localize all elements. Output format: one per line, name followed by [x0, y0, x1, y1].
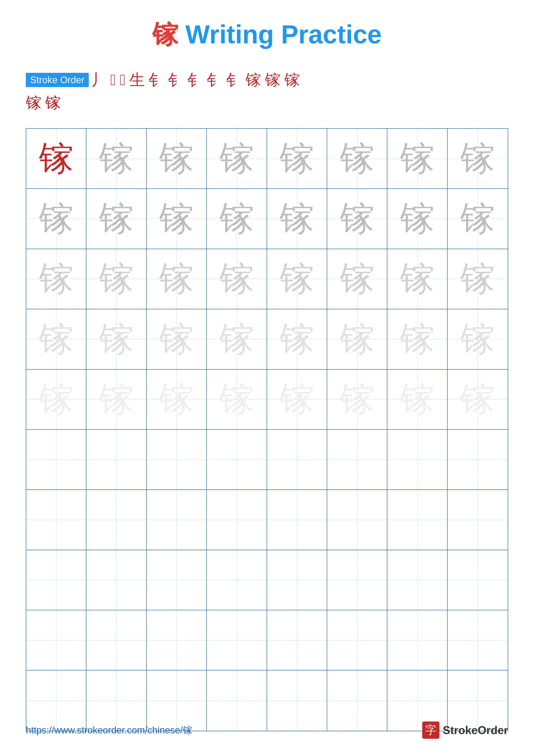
grid-cell-6-6[interactable] [327, 430, 387, 490]
grid-cell-3-8[interactable]: 镓 [447, 249, 508, 309]
grid-cell-7-7[interactable] [387, 490, 447, 550]
grid-cell-1-7[interactable]: 镓 [387, 129, 447, 189]
stroke-order-badge: Stroke Order [26, 73, 89, 87]
grid-cell-2-8[interactable]: 镓 [447, 189, 508, 249]
grid-cell-3-6[interactable]: 镓 [327, 249, 387, 309]
cell-char-light: 镓 [400, 376, 435, 422]
grid-cell-9-7[interactable] [387, 610, 447, 670]
grid-cell-8-2[interactable] [87, 550, 146, 610]
grid-cell-7-8[interactable] [447, 490, 508, 550]
cell-char-light: 镓 [39, 196, 73, 242]
cell-char-light: 镓 [460, 135, 495, 182]
grid-cell-4-6[interactable]: 镓 [327, 309, 387, 369]
grid-cell-5-3[interactable]: 镓 [147, 369, 207, 430]
grid-cell-9-1[interactable] [26, 610, 87, 670]
grid-cell-8-1[interactable] [26, 550, 87, 610]
cell-char-light: 镓 [99, 135, 134, 182]
stroke-12: 镓 [284, 69, 300, 90]
cell-char-dark: 镓 [39, 135, 73, 182]
grid-cell-3-1[interactable]: 镓 [26, 249, 87, 309]
cell-char-light: 镓 [280, 316, 314, 363]
grid-cell-7-6[interactable] [327, 490, 387, 550]
grid-cell-7-3[interactable] [147, 490, 207, 550]
grid-cell-7-2[interactable] [87, 490, 146, 550]
grid-cell-9-6[interactable] [327, 610, 387, 670]
grid-cell-1-1[interactable]: 镓 [26, 129, 87, 189]
grid-cell-2-3[interactable]: 镓 [147, 189, 207, 249]
grid-cell-6-2[interactable] [87, 430, 146, 490]
grid-cell-6-4[interactable] [207, 430, 267, 490]
grid-cell-9-5[interactable] [267, 610, 327, 670]
grid-cell-1-3[interactable]: 镓 [147, 129, 207, 189]
grid-cell-2-1[interactable]: 镓 [26, 189, 87, 249]
grid-cell-1-6[interactable]: 镓 [327, 129, 387, 189]
grid-cell-5-4[interactable]: 镓 [207, 369, 267, 430]
grid-cell-4-1[interactable]: 镓 [26, 309, 87, 369]
grid-cell-1-5[interactable]: 镓 [267, 129, 327, 189]
grid-cell-8-5[interactable] [267, 550, 327, 610]
grid-row-1: 镓 镓 镓 镓 镓 镓 镓 镓 [26, 129, 508, 189]
stroke-9: 钅 [226, 69, 242, 90]
cell-char-light: 镓 [460, 196, 495, 242]
grid-cell-6-1[interactable] [26, 430, 87, 490]
stroke-14: 镓 [45, 93, 61, 113]
grid-cell-4-4[interactable]: 镓 [207, 309, 267, 369]
grid-cell-2-5[interactable]: 镓 [267, 189, 327, 249]
cell-char-light: 镓 [219, 135, 254, 182]
grid-cell-5-2[interactable]: 镓 [87, 369, 146, 430]
grid-cell-5-1[interactable]: 镓 [26, 369, 87, 430]
grid-cell-1-8[interactable]: 镓 [447, 129, 508, 189]
cell-char-light: 镓 [99, 196, 134, 242]
grid-cell-3-7[interactable]: 镓 [387, 249, 447, 309]
grid-cell-8-6[interactable] [327, 550, 387, 610]
cell-char-light: 镓 [340, 376, 374, 422]
grid-cell-7-1[interactable] [26, 490, 87, 550]
grid-cell-6-8[interactable] [447, 430, 508, 490]
stroke-13: 镓 [26, 93, 41, 113]
grid-row-6 [26, 430, 508, 490]
grid-cell-9-4[interactable] [207, 610, 267, 670]
cell-char-light: 镓 [159, 196, 194, 242]
grid-cell-6-7[interactable] [387, 430, 447, 490]
grid-cell-1-4[interactable]: 镓 [207, 129, 267, 189]
grid-cell-7-5[interactable] [267, 490, 327, 550]
grid-cell-7-4[interactable] [207, 490, 267, 550]
cell-char-light: 镓 [159, 135, 194, 182]
grid-cell-2-2[interactable]: 镓 [87, 189, 146, 249]
grid-cell-3-2[interactable]: 镓 [87, 249, 146, 309]
grid-cell-4-8[interactable]: 镓 [447, 309, 508, 369]
cell-char-light: 镓 [280, 196, 314, 242]
cell-char-light: 镓 [280, 135, 314, 182]
grid-cell-3-4[interactable]: 镓 [207, 249, 267, 309]
grid-cell-2-7[interactable]: 镓 [387, 189, 447, 249]
stroke-order-section: Stroke Order 丿 𠂇 𠃊 生 钅 钅 钅 钅 钅 镓 镓 镓 镓 镓 [26, 69, 508, 115]
grid-cell-8-4[interactable] [207, 550, 267, 610]
grid-cell-5-7[interactable]: 镓 [387, 369, 447, 430]
grid-cell-2-6[interactable]: 镓 [327, 189, 387, 249]
grid-cell-1-2[interactable]: 镓 [87, 129, 146, 189]
grid-cell-9-8[interactable] [447, 610, 508, 670]
cell-char-light: 镓 [400, 135, 435, 182]
grid-cell-8-7[interactable] [387, 550, 447, 610]
grid-cell-5-8[interactable]: 镓 [447, 369, 508, 430]
grid-cell-9-2[interactable] [87, 610, 146, 670]
grid-cell-4-2[interactable]: 镓 [87, 309, 146, 369]
grid-cell-5-5[interactable]: 镓 [267, 369, 327, 430]
grid-cell-9-3[interactable] [147, 610, 207, 670]
grid-cell-3-5[interactable]: 镓 [267, 249, 327, 309]
grid-cell-2-4[interactable]: 镓 [207, 189, 267, 249]
grid-cell-3-3[interactable]: 镓 [147, 249, 207, 309]
grid-row-9 [26, 610, 508, 670]
grid-cell-8-3[interactable] [147, 550, 207, 610]
grid-cell-8-8[interactable] [447, 550, 508, 610]
stroke-sequence-row1: 丿 𠂇 𠃊 生 钅 钅 钅 钅 钅 镓 镓 镓 [91, 69, 300, 90]
footer-url[interactable]: https://www.strokeorder.com/chinese/镓 [26, 724, 192, 737]
grid-cell-6-3[interactable] [147, 430, 207, 490]
grid-cell-4-5[interactable]: 镓 [267, 309, 327, 369]
grid-cell-6-5[interactable] [267, 430, 327, 490]
grid-cell-5-6[interactable]: 镓 [327, 369, 387, 430]
stroke-1: 丿 [91, 69, 106, 90]
logo-text: StrokeOrder [443, 724, 508, 737]
grid-cell-4-3[interactable]: 镓 [147, 309, 207, 369]
grid-cell-4-7[interactable]: 镓 [387, 309, 447, 369]
